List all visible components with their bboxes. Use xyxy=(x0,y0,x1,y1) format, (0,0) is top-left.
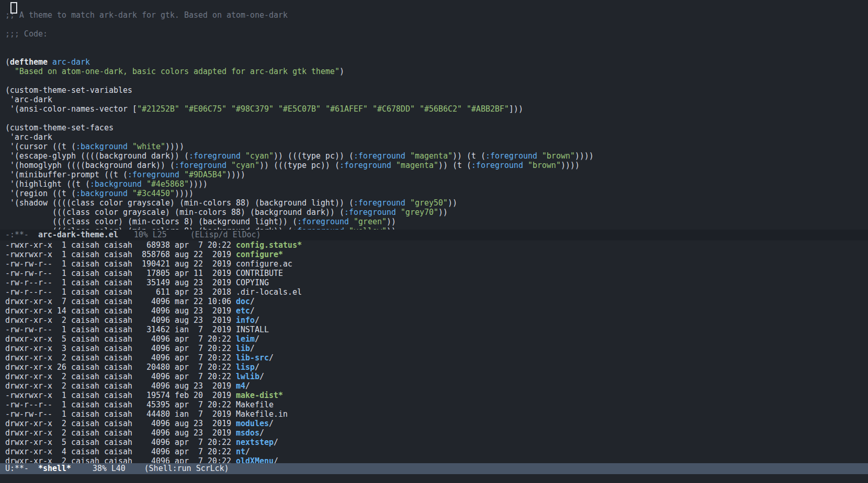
code-line: 'arc-dark xyxy=(5,132,868,142)
shell-listing-row: -rw-rw-r-- 1 caisah caisah 190421 aug 22… xyxy=(5,259,868,269)
code-line xyxy=(5,20,868,29)
code-line: '(region ((t (:background "#3c4450")))) xyxy=(5,189,868,198)
code-line: '(highlight ((t (:background "#4e5868"))… xyxy=(5,179,868,189)
shell-listing-row: drwxr-xr-x 2 caisah caisah 4096 apr 7 20… xyxy=(5,353,868,363)
file-name: make-dist* xyxy=(236,391,283,400)
code-line xyxy=(5,114,868,123)
shell-listing-row: drwxr-xr-x 26 caisah caisah 20480 apr 7 … xyxy=(5,363,868,372)
file-name: .dir-locals.el xyxy=(236,287,302,297)
file-name: m4 xyxy=(236,381,246,391)
shell-listing-row: -rwxrwxr-x 1 caisah caisah 858768 aug 22… xyxy=(5,250,868,259)
code-line: '(cursor ((t (:background "white")))) xyxy=(5,142,868,151)
code-line: 'arc-dark xyxy=(5,95,868,104)
shell-listing-row: drwxr-xr-x 2 caisah caisah 4096 aug 23 2… xyxy=(5,428,868,438)
modeline-shell-window[interactable]: U:**- *shell* 38% L40 (Shell:run ScrLck) xyxy=(0,463,868,474)
file-name: lwlib xyxy=(236,372,260,381)
file-name: lisp xyxy=(236,363,255,372)
code-line: (custom-theme-set-variables xyxy=(5,86,868,95)
shell-window[interactable]: -rwxr-xr-x 1 caisah caisah 68938 apr 7 2… xyxy=(0,240,868,463)
file-name: lib xyxy=(236,344,250,353)
file-name: leim xyxy=(236,334,255,344)
code-line: (((class color) (min-colors 8) (backgrou… xyxy=(5,226,868,230)
shell-listing-row: -rw-rw-r-- 1 caisah caisah 17805 apr 11 … xyxy=(5,269,868,278)
code-line: '(homoglyph ((((background dark)) (:fore… xyxy=(5,161,868,170)
modeline-line-number: L40 xyxy=(111,463,125,474)
file-name: nextstep xyxy=(236,438,274,447)
code-line: (((class color grayscale) (min-colors 88… xyxy=(5,208,868,217)
shell-listing-row: drwxr-xr-x 3 caisah caisah 4096 apr 7 20… xyxy=(5,344,868,353)
modeline-buffer-name[interactable]: *shell* xyxy=(38,463,71,474)
modeline-major-mode[interactable]: (ELisp/d ElDoc) xyxy=(190,230,261,240)
shell-listing-row: drwxr-xr-x 7 caisah caisah 4096 mar 22 1… xyxy=(5,297,868,306)
code-line: ;;; Code: xyxy=(5,29,868,39)
code-line: (deftheme arc-dark xyxy=(5,57,868,67)
shell-listing-row: -rw-rw-r-- 1 caisah caisah 31462 ian 7 2… xyxy=(5,325,868,334)
shell-listing-row: drwxr-xr-x 2 caisah caisah 4096 aug 23 2… xyxy=(5,381,868,391)
code-window[interactable]: ;; A theme to match ark-dark for gtk. Ba… xyxy=(0,0,868,230)
code-line xyxy=(5,39,868,48)
shell-listing-row: -rwxrwxr-x 1 caisah caisah 19574 feb 20 … xyxy=(5,391,868,400)
file-name: Makefile xyxy=(236,400,274,409)
shell-listing-row: -rw-r--r-- 1 caisah caisah 45395 apr 7 2… xyxy=(5,400,868,409)
modeline-line-number: L25 xyxy=(153,230,167,240)
code-line: '(ansi-color-names-vector ["#21252B" "#E… xyxy=(5,104,868,114)
file-name: doc xyxy=(236,297,250,306)
modeline-major-mode[interactable]: (Shell:run ScrLck) xyxy=(144,463,229,474)
file-name: COPYING xyxy=(236,278,269,287)
shell-listing-row: -rw-r--r-- 1 caisah caisah 611 apr 23 20… xyxy=(5,287,868,297)
shell-listing-row: drwxr-xr-x 5 caisah caisah 4096 apr 7 20… xyxy=(5,438,868,447)
shell-listing-row: -rw-r--r-- 1 caisah caisah 35149 aug 23 … xyxy=(5,278,868,287)
shell-listing-row: drwxr-xr-x 2 caisah caisah 4096 apr 7 20… xyxy=(5,456,868,463)
code-line xyxy=(5,76,868,86)
modeline-scroll-percent: 38% xyxy=(92,463,106,474)
file-name: configure.ac xyxy=(236,259,292,269)
file-name: info xyxy=(236,316,255,325)
modeline-status-flags: U:**- xyxy=(5,463,29,474)
shell-listing-row: drwxr-xr-x 2 caisah caisah 4096 aug 23 2… xyxy=(5,419,868,428)
code-line: (custom-theme-set-faces xyxy=(5,123,868,132)
modeline-buffer-name[interactable]: arc-dark-theme.el xyxy=(38,230,118,240)
file-name: msdos xyxy=(236,428,260,438)
code-line: '(shadow ((((class color grayscale) (min… xyxy=(5,198,868,208)
text-cursor xyxy=(10,2,17,14)
modeline-status-flags: -:**- xyxy=(5,230,29,240)
code-line: "Based on atom-one-dark, basic colors ad… xyxy=(5,67,868,76)
shell-listing-row: -rwxr-xr-x 1 caisah caisah 68938 apr 7 2… xyxy=(5,240,868,250)
code-line xyxy=(5,1,868,10)
file-name: INSTALL xyxy=(236,325,269,334)
file-name: configure* xyxy=(236,250,283,259)
file-name: etc xyxy=(236,306,250,316)
shell-listing-row: drwxr-xr-x 14 caisah caisah 4096 aug 23 … xyxy=(5,306,868,316)
modeline-scroll-percent: 10% xyxy=(134,230,148,240)
file-name: lib-src xyxy=(236,353,269,363)
shell-listing-row: drwxr-xr-x 2 caisah caisah 4096 aug 23 2… xyxy=(5,316,868,325)
echo-area[interactable]: Scroll-Lock mode enabled in current buff… xyxy=(0,474,868,483)
code-line: (((class color) (min-colors 8) (backgrou… xyxy=(5,217,868,226)
code-buffer: ;; A theme to match ark-dark for gtk. Ba… xyxy=(5,1,868,230)
code-line xyxy=(5,48,868,57)
file-name: config.status* xyxy=(236,240,302,250)
emacs-frame: ;; A theme to match ark-dark for gtk. Ba… xyxy=(0,0,868,483)
file-name: oldXMenu xyxy=(236,456,274,463)
shell-buffer: -rwxr-xr-x 1 caisah caisah 68938 apr 7 2… xyxy=(5,240,868,463)
code-line: ;; A theme to match ark-dark for gtk. Ba… xyxy=(5,10,868,20)
file-name: modules xyxy=(236,419,269,428)
code-line: '(minibuffer-prompt ((t (:foreground "#9… xyxy=(5,170,868,179)
file-name: Makefile.in xyxy=(236,409,288,419)
file-name: CONTRIBUTE xyxy=(236,269,283,278)
code-line: '(escape-glyph ((((background dark)) (:f… xyxy=(5,151,868,161)
modeline-code-window[interactable]: -:**- arc-dark-theme.el 10% L25 (ELisp/d… xyxy=(0,230,868,240)
shell-listing-row: drwxr-xr-x 2 caisah caisah 4096 apr 7 20… xyxy=(5,372,868,381)
shell-listing-row: drwxr-xr-x 5 caisah caisah 4096 apr 7 20… xyxy=(5,334,868,344)
shell-listing-row: -rw-rw-r-- 1 caisah caisah 44480 ian 7 2… xyxy=(5,409,868,419)
file-name: nt xyxy=(236,447,246,456)
shell-listing-row: drwxr-xr-x 4 caisah caisah 4096 apr 7 20… xyxy=(5,447,868,456)
